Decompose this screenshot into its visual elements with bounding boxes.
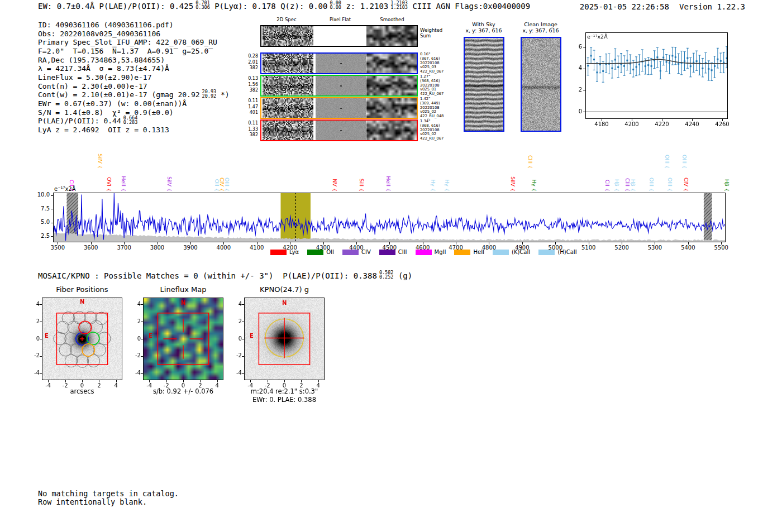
emission-line-label: Hβ {	[613, 179, 621, 191]
pixel-flat-image	[316, 54, 366, 73]
smoothed-image	[366, 76, 417, 95]
text-segment: *)	[216, 90, 229, 99]
lineflux-map-title: Lineflux Map	[144, 285, 222, 294]
clean-image	[522, 38, 560, 131]
y-tick-label: 2.5	[31, 233, 50, 239]
cutout-row-right-info: 1.34"(368, 616)20220108v025_02422_RU_067	[420, 119, 444, 141]
info-line: Obs: 20220108v025_4090361106	[38, 30, 230, 39]
fiber-info: 422_RU_067	[420, 137, 444, 141]
emission-line-label: HeII {	[384, 176, 392, 191]
emission-line-label: HeII {	[120, 176, 127, 191]
y-tick-label: 10.0	[31, 191, 50, 198]
x-tick-label: 3500	[45, 245, 70, 251]
zoom-plot-canvas	[585, 32, 728, 119]
axis-tick	[141, 304, 143, 305]
axis-tick	[40, 373, 42, 374]
axis-tick	[51, 223, 53, 223]
axis-tick	[242, 356, 244, 357]
cutout-row-fiber-2	[260, 75, 418, 97]
col-header-2d-spec: 2D Spec	[264, 17, 309, 22]
2d-spec-image	[263, 54, 313, 73]
pixel-flat-image	[316, 98, 366, 118]
kpno-north-label: N	[282, 300, 287, 306]
fiber-positions-canvas	[42, 298, 122, 380]
x-tick-label: 4240	[682, 121, 702, 127]
emission-line-label: OIII {	[666, 178, 674, 191]
fiber-metric: 2.01	[239, 60, 258, 66]
x-tick-label: 4200	[622, 121, 642, 127]
info-line: EWr = 0.67(±0.37) (w: 0.00(±nan))Å	[38, 99, 230, 108]
cutout-row-right-info: 1.42"(369, 449)20220108v025_02422_RU_048	[420, 97, 444, 119]
axis-tick	[583, 90, 585, 90]
emission-line-label: Hγ {	[444, 179, 451, 191]
text-segment: z: 1.2103	[341, 2, 388, 11]
col-header-pixel-flat: Pixel Flat	[318, 17, 363, 22]
legend-swatch	[454, 250, 470, 255]
y-tick-label: -2	[26, 352, 40, 358]
x-tick-label: 4000	[211, 245, 236, 251]
axis-tick	[141, 373, 143, 374]
text-segment: P(LAE)/P(OII): 0.425	[99, 2, 194, 11]
fiber-north-label: N	[80, 299, 84, 305]
lineflux-east-label: E	[149, 333, 152, 339]
cutout-row-left-metrics: 0.111.47401	[239, 98, 258, 116]
cutout-row-left-metrics: 0.111.33382	[239, 121, 258, 138]
y-tick-label: 0	[228, 336, 242, 342]
emission-line-label: NV {	[331, 179, 338, 191]
x-tick-label: 5200	[609, 245, 634, 251]
cutout-row-fiber-1	[260, 52, 418, 74]
legend-label: Lyα	[289, 249, 299, 255]
legend-swatch	[307, 250, 323, 255]
fiber-metric: 1.47	[239, 104, 258, 111]
emission-line-label: SiIV {	[509, 176, 517, 191]
y-tick-label: 2	[26, 318, 40, 324]
emission-line-label: Hβ {	[630, 179, 637, 191]
text-segment: MOSAIC/KPNO : Possible Matches = 0 (with…	[38, 271, 377, 280]
superscript-subscript-value: 1.21031.2103	[390, 1, 408, 9]
y-tick-label: 4	[26, 301, 40, 307]
fiber-info: 422_RU_067	[420, 70, 444, 74]
header-summary: EW: 0.7±0.4Å P(LAE)/P(OII): 0.4250.7010.…	[38, 2, 530, 11]
x-tick-label: 3800	[145, 245, 170, 251]
y-tick-label: -4	[127, 370, 141, 376]
text-segment: EW: 0.7±0.4Å	[38, 2, 99, 11]
x-tick-label: 4180	[592, 121, 612, 127]
legend-label: HeII	[473, 249, 484, 255]
y-tick-label: 2	[127, 318, 141, 324]
axis-tick	[141, 322, 143, 322]
lineflux-map-canvas	[143, 298, 223, 380]
pixel-flat-image	[316, 76, 366, 95]
info-line: ID: 4090361106 (4090361106.pdf)	[38, 21, 230, 30]
2d-spec-image	[263, 98, 313, 118]
x-tick-label: 3700	[112, 245, 136, 251]
y-tick-label: 4	[127, 301, 141, 307]
y-tick-label: 2	[228, 318, 242, 324]
2d-spec-image	[263, 121, 313, 140]
text-segment: Cont(w) = 2.10(±0.01)e-17 (gmag 20.92	[38, 90, 200, 99]
y-tick-label: -2	[127, 352, 141, 358]
cutout-row-weighted-sum	[260, 25, 418, 47]
legend-item: OII	[307, 249, 334, 255]
fiber-metric: 0.11	[239, 98, 258, 104]
y-tick-label: 7.5	[31, 205, 50, 212]
full-spectrum-canvas	[53, 193, 726, 242]
emission-line-label: OIII {	[223, 178, 231, 191]
info-line: LineFlux = 5.30(±2.90)e-17	[38, 73, 230, 82]
axis-tick	[51, 236, 53, 237]
legend-swatch	[379, 250, 395, 255]
kpno-east-label: E	[250, 333, 254, 339]
info-line: P(LAE)/P(OII): 0.440.6640.283	[38, 117, 230, 126]
catalog-match-summary: MOSAIC/KPNO : Possible Matches = 0 (with…	[38, 271, 412, 280]
fiber-metric: 0.11	[239, 121, 258, 127]
axis-tick	[40, 339, 42, 339]
fiber-metric: 382	[239, 132, 258, 138]
legend-label: OII	[326, 249, 334, 255]
emission-line-label: OVI {	[105, 177, 112, 191]
info-line: Cont(n) = 2.30(±0.00)e-17	[38, 82, 230, 91]
x-tick-label: 5100	[576, 245, 601, 251]
axis-tick	[242, 304, 244, 305]
axis-tick	[583, 69, 585, 69]
emission-line-label: OIII {	[681, 155, 688, 169]
text-segment: (g)	[393, 271, 412, 280]
with-sky-panel	[464, 37, 504, 132]
